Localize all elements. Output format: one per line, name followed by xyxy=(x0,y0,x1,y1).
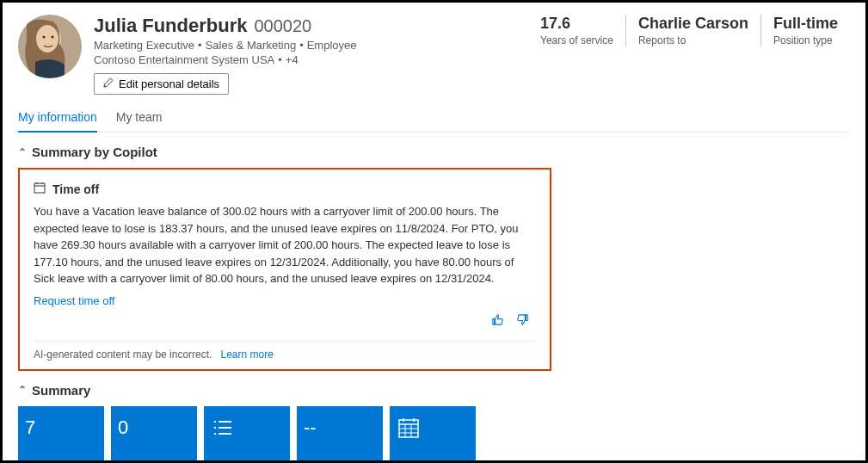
copilot-card-title: Time off xyxy=(52,182,99,196)
section-header-copilot[interactable]: ⌃ Summary by Copilot xyxy=(18,145,850,159)
page-frame: Julia Funderburk 000020 Marketing Execut… xyxy=(0,0,868,463)
tile-top: 0 xyxy=(118,413,190,442)
copilot-card: Time off You have a Vacation leave balan… xyxy=(18,168,551,371)
position-label: Position type xyxy=(773,34,838,46)
svg-rect-5 xyxy=(34,183,45,193)
tile[interactable]: Company directory xyxy=(204,406,290,464)
copilot-card-header: Time off xyxy=(34,182,536,196)
stat-years: 17.6 Years of service xyxy=(528,15,625,46)
company: Contoso Entertainment System USA xyxy=(94,53,274,66)
tile-label: Team absence calendar xyxy=(397,460,469,464)
feedback-row xyxy=(34,313,536,329)
tile-top xyxy=(211,413,283,442)
tile[interactable]: 0Questionnaires assigned to me xyxy=(111,406,197,464)
person-meta-1: Marketing Executive•Sales & Marketing•Em… xyxy=(94,39,357,52)
chevron-up-icon: ⌃ xyxy=(18,384,27,396)
learn-more-link[interactable]: Learn more xyxy=(220,349,273,361)
tile-top: -- xyxy=(304,413,376,442)
tile-label: Work items assigned to me xyxy=(25,460,97,464)
edit-personal-button[interactable]: Edit personal details xyxy=(94,73,229,95)
extra-count[interactable]: +4 xyxy=(286,53,299,66)
svg-point-4 xyxy=(52,36,54,39)
header-right: 17.6 Years of service Charlie Carson Rep… xyxy=(528,15,850,46)
tile[interactable]: Team absence calendar xyxy=(390,406,476,464)
tab-my-team[interactable]: My team xyxy=(116,105,163,132)
tile[interactable]: 7Work items assigned to me xyxy=(18,406,104,464)
tile-label: Questionnaires assigned to me xyxy=(118,460,190,464)
avatar xyxy=(18,15,82,78)
summary-title: Summary xyxy=(32,383,90,398)
stat-reports: Charlie Carson Reports to xyxy=(625,15,760,46)
thumbs-up-icon[interactable] xyxy=(491,313,504,329)
tiles-row: 7Work items assigned to me0Questionnaire… xyxy=(18,406,850,464)
tile-top xyxy=(397,413,469,442)
person-info: Julia Funderburk 000020 Marketing Execut… xyxy=(94,15,357,95)
years-label: Years of service xyxy=(540,34,613,46)
years-value: 17.6 xyxy=(540,15,613,33)
reports-value: Charlie Carson xyxy=(638,15,748,33)
pencil-icon xyxy=(103,77,114,90)
calendar-icon xyxy=(34,182,46,196)
reports-label: Reports to xyxy=(638,34,748,46)
header: Julia Funderburk 000020 Marketing Execut… xyxy=(18,15,850,95)
tabs: My information My team xyxy=(18,105,850,133)
tile-top: 7 xyxy=(25,413,97,442)
request-time-off-link[interactable]: Request time off xyxy=(34,294,114,307)
department: Sales & Marketing xyxy=(206,39,297,52)
disclaimer-text: AI-generated content may be incorrect. xyxy=(34,349,212,361)
position-value: Full-time xyxy=(773,15,838,33)
person-name: Julia Funderburk xyxy=(94,15,247,37)
header-left: Julia Funderburk 000020 Marketing Execut… xyxy=(18,15,357,95)
tile-label: Company directory xyxy=(211,460,283,464)
svg-point-3 xyxy=(43,36,46,39)
section-copilot: ⌃ Summary by Copilot Time off You have a… xyxy=(18,145,850,371)
section-header-summary[interactable]: ⌃ Summary xyxy=(18,383,850,398)
employee-id: 000020 xyxy=(254,16,311,36)
svg-point-2 xyxy=(36,25,58,52)
chevron-up-icon: ⌃ xyxy=(18,146,27,158)
copilot-body: You have a Vacation leave balance of 300… xyxy=(34,203,536,287)
copilot-title: Summary by Copilot xyxy=(32,145,157,159)
job-title: Marketing Executive xyxy=(94,39,194,52)
person-meta-2: Contoso Entertainment System USA•+4 xyxy=(94,53,357,66)
role: Employee xyxy=(307,39,357,52)
section-summary: ⌃ Summary 7Work items assigned to me0Que… xyxy=(18,383,850,464)
tile[interactable]: --Open jobs xyxy=(297,406,383,464)
copilot-footer: AI-generated content may be incorrect. L… xyxy=(34,341,536,361)
stat-position: Full-time Position type xyxy=(760,15,850,46)
edit-label: Edit personal details xyxy=(119,77,219,90)
thumbs-down-icon[interactable] xyxy=(516,313,529,329)
tab-my-information[interactable]: My information xyxy=(18,105,97,133)
